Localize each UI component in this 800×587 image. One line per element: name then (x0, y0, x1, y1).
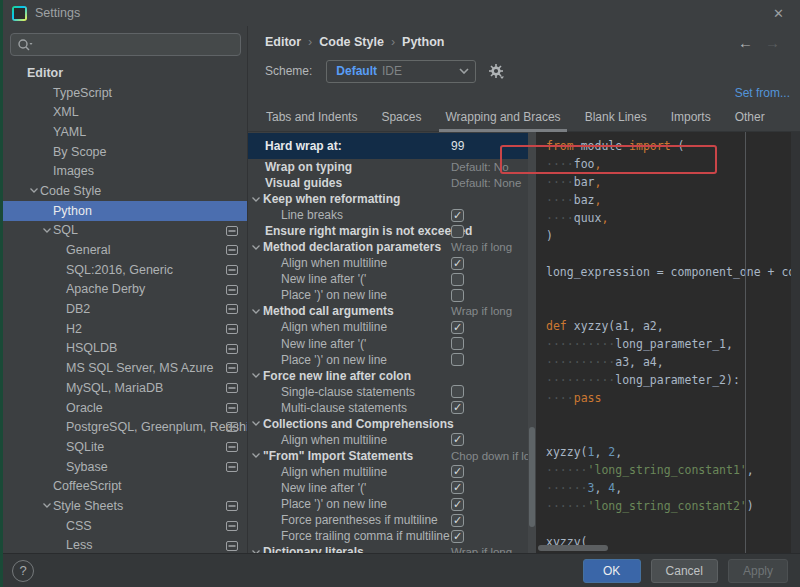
sidebar-item-by-scope[interactable]: By Scope (0, 142, 247, 162)
set-from-link[interactable]: Set from... (735, 86, 790, 104)
sidebar-item-sql-2016-generic[interactable]: SQL:2016, Generic (0, 260, 247, 280)
sidebar-item-label: Apache Derby (66, 282, 145, 296)
chevron-down-icon (30, 188, 38, 193)
sidebar-item-editor[interactable]: Editor (0, 63, 247, 83)
sidebar-item-less[interactable]: Less (0, 536, 247, 554)
sidebar-item-sybase[interactable]: Sybase (0, 457, 247, 477)
sidebar-item-typescript[interactable]: TypeScript (0, 83, 247, 103)
setting-row-new-line-after[interactable]: New line after '(' (248, 336, 528, 352)
setting-row-force-new-line-after-colon[interactable]: Force new line after colon (248, 368, 528, 384)
setting-row-line-breaks[interactable]: Line breaks (248, 207, 528, 223)
setting-value[interactable]: Chop down if long (451, 450, 528, 462)
setting-row-keep-when-reformatting[interactable]: Keep when reformatting (248, 191, 528, 207)
tab-spaces[interactable]: Spaces (369, 106, 433, 131)
breadcrumb-item-editor[interactable]: Editor (265, 35, 301, 49)
sidebar-item-db2[interactable]: DB2 (0, 299, 247, 319)
checkbox-new-line-after[interactable] (451, 337, 464, 350)
settings-scrollbar-thumb[interactable] (529, 427, 535, 527)
breadcrumb-item-code-style[interactable]: Code Style (319, 35, 384, 49)
hard-wrap-value-input[interactable]: 99 (451, 139, 464, 153)
back-arrow-icon[interactable]: ← (732, 34, 759, 51)
setting-row-method-declaration-parameters[interactable]: Method declaration parametersWrap if lon… (248, 239, 528, 255)
setting-row-align-when-multiline[interactable]: Align when multiline (248, 464, 528, 480)
setting-row-force-trailing-comma-if-multiline[interactable]: Force trailing comma if multiline (248, 528, 528, 544)
setting-row-ensure-right-margin-is-not-exceeded[interactable]: Ensure right margin is not exceeded (248, 223, 528, 239)
settings-scrollbar[interactable] (528, 132, 536, 553)
sidebar-item-yaml[interactable]: YAML (0, 122, 247, 142)
breadcrumb-item-python[interactable]: Python (402, 35, 444, 49)
setting-row-wrap-on-typing[interactable]: Wrap on typingDefault: No (248, 159, 528, 175)
sidebar-item-css[interactable]: CSS (0, 516, 247, 536)
tab-wrapping-and-braces[interactable]: Wrapping and Braces (433, 106, 572, 131)
setting-row-place-on-new-line[interactable]: Place ')' on new line (248, 496, 528, 512)
per-dialect-settings-icon (226, 403, 238, 413)
setting-value[interactable]: Wrap if long (451, 546, 512, 553)
setting-row-method-call-arguments[interactable]: Method call argumentsWrap if long (248, 303, 528, 319)
sidebar-item-style-sheets[interactable]: Style Sheets (0, 496, 247, 516)
setting-row-new-line-after[interactable]: New line after '(' (248, 271, 528, 287)
checkbox-single-clause-statements[interactable] (451, 385, 464, 398)
checkbox-force-trailing-comma-if-multiline[interactable] (451, 530, 464, 543)
setting-label: Wrap on typing (248, 160, 352, 174)
checkbox-ensure-right-margin-is-not-exceeded[interactable] (451, 225, 464, 238)
code-scrollbar-horizontal[interactable] (538, 545, 608, 551)
setting-row-place-on-new-line[interactable]: Place ')' on new line (248, 287, 528, 303)
sidebar-item-mysql-mariadb[interactable]: MySQL, MariaDB (0, 378, 247, 398)
sidebar-item-apache-derby[interactable]: Apache Derby (0, 280, 247, 300)
sidebar-item-ms-sql-server-ms-azure[interactable]: MS SQL Server, MS Azure (0, 358, 247, 378)
checkbox-align-when-multiline[interactable] (451, 321, 464, 334)
scheme-actions-button[interactable] (488, 63, 505, 80)
setting-row-visual-guides[interactable]: Visual guidesDefault: None (248, 175, 528, 191)
sidebar-item-postgresql-greenplum-redshift[interactable]: PostgreSQL, Greenplum, Redshift (0, 417, 247, 437)
help-button[interactable]: ? (12, 560, 34, 582)
sidebar-item-code-style[interactable]: Code Style (0, 181, 247, 201)
checkbox-align-when-multiline[interactable] (451, 465, 464, 478)
tab-imports[interactable]: Imports (659, 106, 723, 131)
close-icon[interactable]: ✕ (767, 4, 790, 23)
sidebar-item-sql[interactable]: SQL (0, 221, 247, 241)
sidebar-item-hsqldb[interactable]: HSQLDB (0, 339, 247, 359)
setting-row-place-on-new-line[interactable]: Place ')' on new line (248, 352, 528, 368)
setting-row-hard-wrap-at[interactable]: Hard wrap at:99 (248, 133, 528, 159)
checkbox-place-on-new-line[interactable] (451, 498, 464, 511)
setting-value[interactable]: Wrap if long (451, 305, 512, 317)
sidebar-item-h2[interactable]: H2 (0, 319, 247, 339)
checkbox-align-when-multiline[interactable] (451, 257, 464, 270)
search-input[interactable] (10, 33, 241, 56)
ok-button[interactable]: OK (583, 559, 641, 583)
checkbox-place-on-new-line[interactable] (451, 353, 464, 366)
tab-blank-lines[interactable]: Blank Lines (573, 106, 659, 131)
checkbox-place-on-new-line[interactable] (451, 289, 464, 302)
setting-row-from-import-statements[interactable]: "From" Import StatementsChop down if lon… (248, 448, 528, 464)
cancel-button[interactable]: Cancel (651, 559, 718, 583)
sidebar-item-general[interactable]: General (0, 240, 247, 260)
setting-row-multi-clause-statements[interactable]: Multi-clause statements (248, 400, 528, 416)
setting-row-force-parentheses-if-multiline[interactable]: Force parentheses if multiline (248, 512, 528, 528)
setting-label: New line after '(' (248, 337, 366, 351)
checkbox-line-breaks[interactable] (451, 209, 464, 222)
code-scrollbar-vertical[interactable] (791, 132, 800, 553)
sidebar-item-python[interactable]: Python (0, 201, 247, 221)
setting-row-align-when-multiline[interactable]: Align when multiline (248, 255, 528, 271)
setting-value[interactable]: Wrap if long (451, 241, 512, 253)
checkbox-force-parentheses-if-multiline[interactable] (451, 514, 464, 527)
tab-tabs-and-indents[interactable]: Tabs and Indents (254, 106, 369, 131)
scheme-dropdown[interactable]: Default IDE (326, 60, 476, 83)
tab-other[interactable]: Other (723, 106, 777, 131)
checkbox-multi-clause-statements[interactable] (451, 401, 464, 414)
sidebar-item-coffeescript[interactable]: CoffeeScript (0, 476, 247, 496)
setting-row-new-line-after[interactable]: New line after '(' (248, 480, 528, 496)
checkbox-new-line-after[interactable] (451, 481, 464, 494)
checkbox-new-line-after[interactable] (451, 273, 464, 286)
setting-row-align-when-multiline[interactable]: Align when multiline (248, 432, 528, 448)
sidebar-item-xml[interactable]: XML (0, 102, 247, 122)
setting-row-align-when-multiline[interactable]: Align when multiline (248, 319, 528, 335)
gear-icon (488, 63, 505, 80)
setting-row-dictionary-literals[interactable]: Dictionary literalsWrap if long (248, 544, 528, 553)
sidebar-item-images[interactable]: Images (0, 161, 247, 181)
sidebar-item-oracle[interactable]: Oracle (0, 398, 247, 418)
setting-row-collections-and-comprehensions[interactable]: Collections and Comprehensions (248, 416, 528, 432)
setting-row-single-clause-statements[interactable]: Single-clause statements (248, 384, 528, 400)
sidebar-item-sqlite[interactable]: SQLite (0, 437, 247, 457)
checkbox-align-when-multiline[interactable] (451, 433, 464, 446)
